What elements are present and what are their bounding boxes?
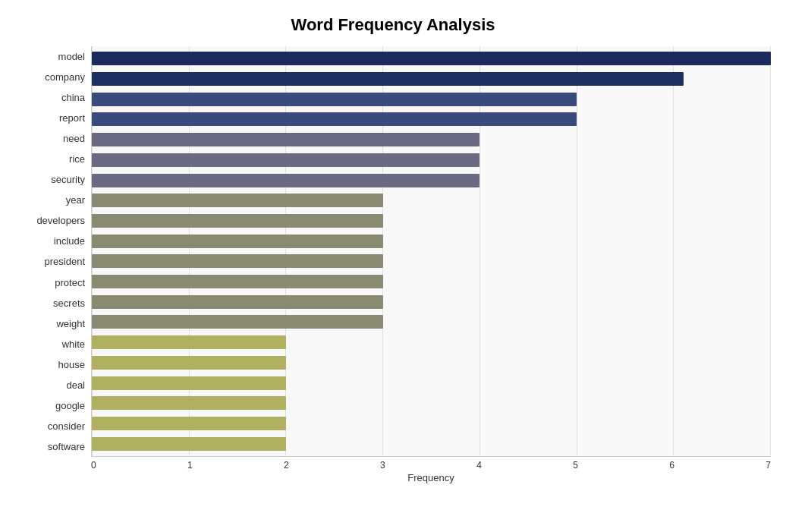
x-axis-labels: 01234567 bbox=[91, 457, 771, 471]
bar-row-report bbox=[92, 109, 771, 130]
y-label-rice: rice bbox=[15, 154, 85, 164]
plot-area bbox=[91, 46, 771, 457]
y-label-need: need bbox=[15, 134, 85, 143]
bars-container bbox=[92, 46, 771, 456]
x-label-0: 0 bbox=[91, 460, 96, 471]
y-label-president: president bbox=[15, 257, 85, 266]
bar-google bbox=[92, 396, 286, 410]
y-label-google: google bbox=[15, 401, 85, 411]
y-label-report: report bbox=[15, 113, 85, 123]
x-label-7: 7 bbox=[766, 460, 771, 471]
y-label-weight: weight bbox=[15, 319, 85, 329]
bar-row-house bbox=[92, 353, 771, 373]
y-label-software: software bbox=[15, 442, 85, 452]
bar-year bbox=[92, 194, 383, 207]
y-label-model: model bbox=[15, 52, 85, 61]
y-label-developers: developers bbox=[15, 216, 85, 225]
bar-model bbox=[92, 52, 771, 65]
bar-house bbox=[92, 356, 286, 370]
bar-include bbox=[92, 235, 383, 248]
bar-row-consider bbox=[92, 414, 771, 434]
bar-row-year bbox=[92, 190, 771, 211]
bar-row-need bbox=[92, 130, 771, 150]
y-label-company: company bbox=[15, 72, 85, 82]
bar-row-president bbox=[92, 251, 771, 272]
bar-row-rice bbox=[92, 150, 771, 171]
x-label-3: 3 bbox=[380, 460, 385, 471]
bar-row-white bbox=[92, 332, 771, 353]
bar-row-software bbox=[92, 433, 771, 454]
bar-white bbox=[92, 335, 286, 349]
bar-security bbox=[92, 174, 479, 187]
y-label-secrets: secrets bbox=[15, 298, 85, 308]
chart-title: Word Frequency Analysis bbox=[15, 15, 771, 35]
bar-consider bbox=[92, 417, 286, 430]
y-label-year: year bbox=[15, 195, 85, 205]
bar-company bbox=[92, 72, 684, 86]
bar-row-china bbox=[92, 89, 771, 109]
bar-president bbox=[92, 254, 383, 268]
bar-developers bbox=[92, 214, 383, 228]
y-label-security: security bbox=[15, 175, 85, 184]
bar-row-include bbox=[92, 231, 771, 251]
bar-row-secrets bbox=[92, 291, 771, 312]
bar-row-developers bbox=[92, 211, 771, 231]
y-label-consider: consider bbox=[15, 421, 85, 431]
bar-report bbox=[92, 112, 577, 126]
bar-row-security bbox=[92, 170, 771, 190]
bar-weight bbox=[92, 315, 383, 329]
chart-container: Word Frequency Analysis modelcompanychin… bbox=[0, 0, 786, 532]
bar-row-weight bbox=[92, 312, 771, 332]
y-label-white: white bbox=[15, 339, 85, 349]
y-axis-labels: modelcompanychinareportneedricesecurityy… bbox=[15, 46, 91, 457]
x-label-1: 1 bbox=[187, 460, 193, 471]
bar-need bbox=[92, 133, 479, 146]
bar-row-protect bbox=[92, 272, 771, 292]
bar-row-google bbox=[92, 393, 771, 414]
y-label-protect: protect bbox=[15, 278, 85, 288]
bar-rice bbox=[92, 153, 479, 167]
bar-row-model bbox=[92, 49, 771, 69]
y-label-house: house bbox=[15, 360, 85, 370]
bar-protect bbox=[92, 275, 383, 288]
bar-software bbox=[92, 437, 286, 451]
x-label-4: 4 bbox=[476, 460, 482, 471]
y-label-deal: deal bbox=[15, 380, 85, 390]
x-label-5: 5 bbox=[573, 460, 578, 471]
bar-row-company bbox=[92, 69, 771, 90]
y-label-include: include bbox=[15, 236, 85, 246]
bar-row-deal bbox=[92, 373, 771, 393]
bar-china bbox=[92, 93, 577, 106]
bar-secrets bbox=[92, 295, 383, 309]
y-label-china: china bbox=[15, 93, 85, 102]
bar-deal bbox=[92, 376, 286, 390]
x-label-2: 2 bbox=[284, 460, 289, 471]
x-label-6: 6 bbox=[669, 460, 674, 471]
x-axis-title: Frequency bbox=[91, 472, 771, 483]
